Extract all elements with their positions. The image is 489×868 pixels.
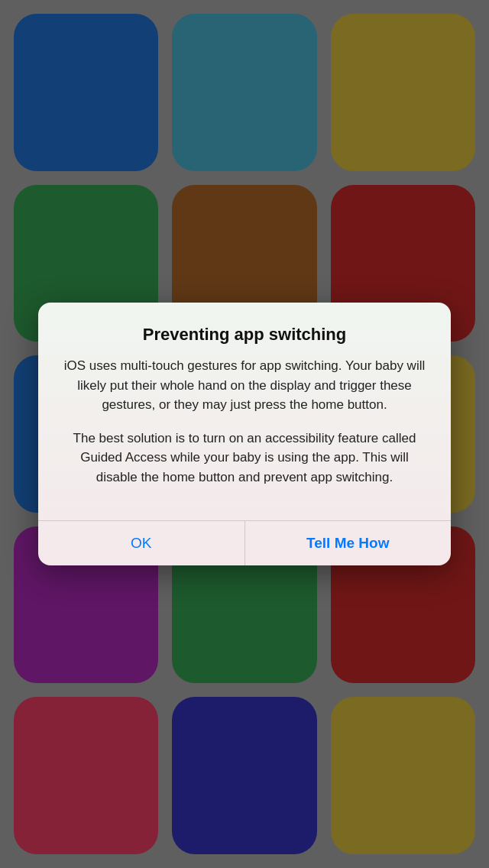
dialog-content: Preventing app switching iOS uses multi-… xyxy=(38,303,451,521)
dialog-title: Preventing app switching xyxy=(60,324,429,346)
dialog-body: iOS uses multi-touch gestures for app sw… xyxy=(60,356,429,487)
alert-dialog: Preventing app switching iOS uses multi-… xyxy=(38,303,451,566)
dialog-paragraph-2: The best solution is to turn on an acces… xyxy=(60,429,429,487)
ok-button[interactable]: OK xyxy=(38,521,244,565)
tell-me-how-button[interactable]: Tell Me How xyxy=(245,521,452,565)
overlay: Preventing app switching iOS uses multi-… xyxy=(0,0,489,868)
dialog-buttons: OK Tell Me How xyxy=(38,521,451,565)
dialog-paragraph-1: iOS uses multi-touch gestures for app sw… xyxy=(60,356,429,415)
